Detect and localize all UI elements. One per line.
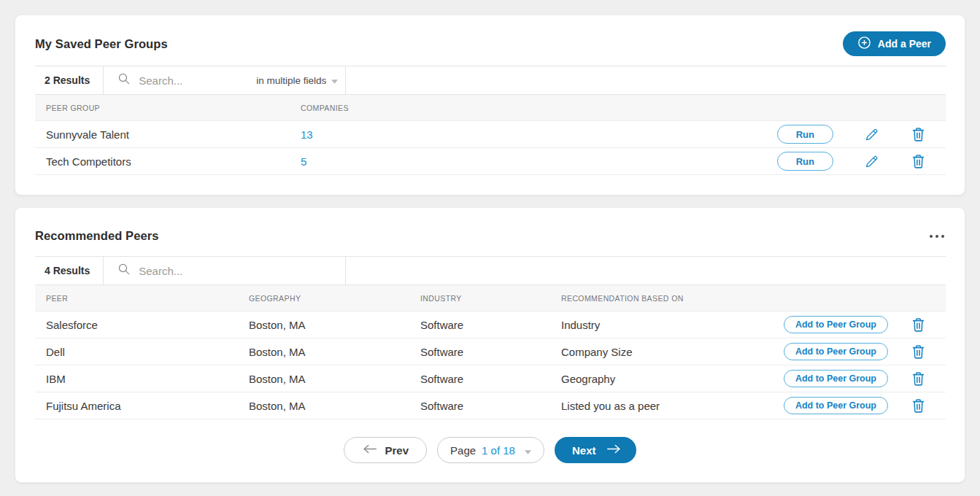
row-actions: Add to Peer Group (784, 370, 946, 387)
add-to-peer-group-button[interactable]: Add to Peer Group (784, 370, 888, 387)
saved-peer-groups-title: My Saved Peer Groups (35, 37, 168, 51)
saved-peer-groups-toolbar: 2 Results in multiple fields (35, 66, 946, 95)
companies-count-link[interactable]: 5 (301, 155, 306, 168)
industry-cell: Software (409, 319, 550, 331)
page-label: Page (450, 444, 476, 457)
search-section (104, 257, 346, 284)
chevron-down-icon (331, 75, 338, 86)
companies-cell: 13 (290, 128, 777, 141)
next-label: Next (572, 444, 596, 457)
table-header-row: PEER GROUP COMPANIES (35, 95, 946, 121)
companies-cell: 5 (290, 155, 777, 168)
industry-cell: Software (409, 346, 550, 358)
geography-cell: Boston, MA (238, 373, 409, 385)
chevron-down-icon (520, 444, 531, 457)
add-to-peer-group-button[interactable]: Add to Peer Group (784, 343, 888, 360)
add-a-peer-label: Add a Peer (878, 38, 931, 50)
peer-name: Dell (35, 346, 238, 358)
peer-group-name: Tech Competitors (35, 155, 290, 168)
search-icon (117, 263, 131, 279)
table-row: Fujitsu America Boston, MA Software List… (35, 392, 946, 419)
search-input[interactable] (139, 265, 314, 277)
column-header-geography: GEOGRAPHY (238, 294, 409, 303)
run-button[interactable]: Run (777, 125, 833, 144)
row-actions: Add to Peer Group (784, 316, 946, 333)
table-row: Salesforce Boston, MA Software Industry … (35, 311, 946, 338)
arrow-right-icon (606, 443, 622, 457)
row-actions: Run (777, 125, 946, 144)
pagination: Prev Page 1 of 18 Next (15, 437, 965, 463)
page-value: 1 of 18 (482, 444, 515, 457)
column-header-recommendation: RECOMMENDATION BASED ON (550, 294, 946, 303)
add-to-peer-group-button[interactable]: Add to Peer Group (784, 316, 888, 333)
table-row: Dell Boston, MA Software Company Size Ad… (35, 338, 946, 365)
delete-icon[interactable] (911, 398, 925, 414)
row-actions: Run (777, 152, 946, 171)
column-header-companies: COMPANIES (290, 104, 946, 112)
saved-peer-groups-table: PEER GROUP COMPANIES Sunnyvale Talent 13… (35, 95, 946, 175)
add-a-peer-button[interactable]: Add a Peer (843, 31, 946, 56)
recommendation-cell: Company Size (550, 346, 784, 358)
saved-peer-groups-card: My Saved Peer Groups Add a Peer 2 Result… (15, 15, 965, 195)
prev-button[interactable]: Prev (344, 437, 428, 463)
delete-icon[interactable] (911, 371, 925, 387)
saved-peer-groups-header: My Saved Peer Groups Add a Peer (15, 15, 965, 56)
recommended-peers-table: PEER GEOGRAPHY INDUSTRY RECOMMENDATION B… (35, 285, 946, 419)
add-to-peer-group-button[interactable]: Add to Peer Group (784, 397, 888, 414)
edit-icon[interactable] (864, 154, 879, 169)
row-actions: Add to Peer Group (784, 343, 946, 360)
geography-cell: Boston, MA (238, 346, 409, 358)
companies-count-link[interactable]: 13 (301, 128, 313, 141)
overflow-menu-icon[interactable] (928, 230, 946, 242)
column-header-peer-group: PEER GROUP (35, 104, 290, 112)
recommendation-cell: Listed you as a peer (550, 400, 784, 412)
results-count: 2 Results (35, 66, 104, 94)
peer-name: Salesforce (35, 319, 238, 331)
page: { "colors": { "primary_blue": "#0e79b2",… (0, 0, 980, 496)
page-selector-dropdown[interactable]: Page 1 of 18 (437, 437, 544, 463)
industry-cell: Software (409, 400, 550, 412)
table-header-row: PEER GEOGRAPHY INDUSTRY RECOMMENDATION B… (35, 285, 946, 311)
industry-cell: Software (409, 373, 550, 385)
delete-icon[interactable] (911, 154, 925, 169)
run-button[interactable]: Run (777, 152, 833, 171)
table-row: Tech Competitors 5 Run (35, 148, 946, 175)
results-count: 4 Results (35, 257, 104, 284)
geography-cell: Boston, MA (238, 400, 409, 412)
recommendation-cell: Industry (550, 319, 784, 331)
column-header-peer: PEER (35, 294, 238, 303)
peer-name: IBM (35, 373, 238, 385)
recommended-peers-card: Recommended Peers 4 Results PEER GEOGRAP… (15, 207, 965, 483)
delete-icon[interactable] (911, 317, 925, 333)
edit-icon[interactable] (864, 127, 879, 142)
next-button[interactable]: Next (555, 437, 637, 463)
recommendation-cell: Geography (550, 373, 784, 385)
delete-icon[interactable] (911, 127, 925, 142)
table-row: Sunnyvale Talent 13 Run (35, 121, 946, 148)
column-header-industry: INDUSTRY (409, 294, 550, 303)
search-icon (117, 72, 131, 88)
plus-circle-icon (857, 36, 871, 52)
arrow-left-icon (362, 443, 378, 457)
peer-group-name: Sunnyvale Talent (35, 128, 290, 141)
prev-label: Prev (385, 444, 409, 457)
recommended-peers-toolbar: 4 Results (35, 256, 946, 285)
table-row: IBM Boston, MA Software Geography Add to… (35, 365, 946, 392)
peer-name: Fujitsu America (35, 400, 238, 412)
search-section: in multiple fields (104, 66, 346, 94)
row-actions: Add to Peer Group (784, 397, 946, 414)
delete-icon[interactable] (911, 344, 925, 360)
recommended-peers-title: Recommended Peers (35, 229, 159, 243)
recommended-peers-header: Recommended Peers (15, 208, 965, 243)
search-input[interactable] (139, 74, 234, 87)
geography-cell: Boston, MA (238, 319, 409, 331)
search-scope-dropdown[interactable]: in multiple fields (256, 75, 338, 86)
search-scope-label: in multiple fields (256, 75, 326, 86)
